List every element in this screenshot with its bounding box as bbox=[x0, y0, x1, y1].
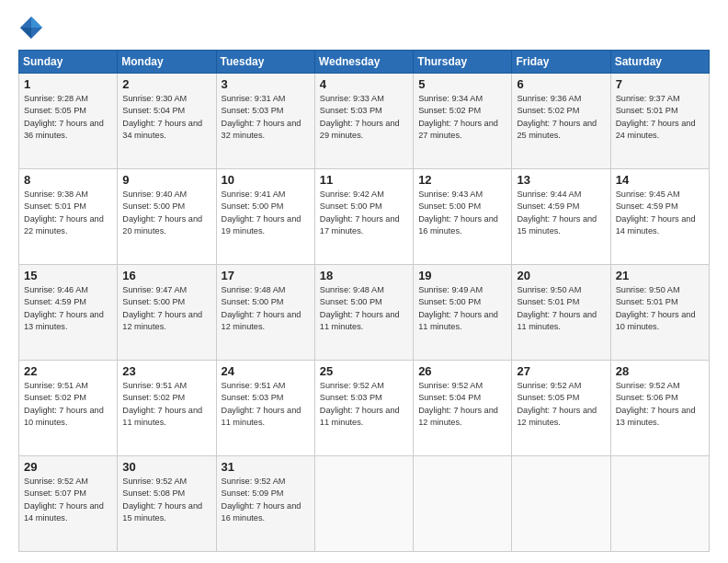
cell-content: Sunrise: 9:50 AMSunset: 5:01 PMDaylight:… bbox=[616, 284, 704, 333]
calendar-cell: 2Sunrise: 9:30 AMSunset: 5:04 PMDaylight… bbox=[118, 74, 216, 169]
day-number: 2 bbox=[122, 77, 210, 91]
day-number: 31 bbox=[222, 460, 310, 474]
day-number: 17 bbox=[222, 269, 310, 282]
cell-content: Sunrise: 9:44 AMSunset: 4:59 PMDaylight:… bbox=[517, 189, 605, 237]
day-number: 7 bbox=[616, 77, 704, 91]
cell-content: Sunrise: 9:51 AMSunset: 5:02 PMDaylight:… bbox=[24, 380, 112, 429]
svg-marker-1 bbox=[31, 17, 42, 28]
calendar-header-thursday: Thursday bbox=[414, 51, 512, 74]
calendar-cell: 4Sunrise: 9:33 AMSunset: 5:03 PMDaylight… bbox=[314, 74, 413, 169]
cell-content: Sunrise: 9:43 AMSunset: 5:00 PMDaylight:… bbox=[418, 189, 506, 237]
cell-content: Sunrise: 9:47 AMSunset: 5:00 PMDaylight:… bbox=[122, 284, 210, 333]
cell-content: Sunrise: 9:52 AMSunset: 5:04 PMDaylight:… bbox=[418, 380, 506, 429]
day-number: 14 bbox=[616, 173, 704, 187]
calendar-cell bbox=[314, 456, 413, 552]
calendar-cell: 31Sunrise: 9:52 AMSunset: 5:09 PMDayligh… bbox=[216, 456, 314, 552]
calendar-cell bbox=[610, 456, 709, 552]
cell-content: Sunrise: 9:40 AMSunset: 5:00 PMDaylight:… bbox=[122, 189, 210, 237]
day-number: 8 bbox=[24, 173, 112, 187]
cell-content: Sunrise: 9:52 AMSunset: 5:06 PMDaylight:… bbox=[616, 380, 704, 429]
calendar-cell: 27Sunrise: 9:52 AMSunset: 5:05 PMDayligh… bbox=[512, 361, 610, 456]
day-number: 13 bbox=[517, 173, 605, 187]
calendar-cell: 3Sunrise: 9:31 AMSunset: 5:03 PMDaylight… bbox=[216, 74, 314, 169]
cell-content: Sunrise: 9:51 AMSunset: 5:03 PMDaylight:… bbox=[222, 380, 310, 429]
cell-content: Sunrise: 9:42 AMSunset: 5:00 PMDaylight:… bbox=[320, 189, 408, 237]
page: SundayMondayTuesdayWednesdayThursdayFrid… bbox=[0, 0, 728, 563]
calendar-cell: 1Sunrise: 9:28 AMSunset: 5:05 PMDaylight… bbox=[19, 74, 118, 169]
calendar-cell bbox=[512, 456, 610, 552]
cell-content: Sunrise: 9:52 AMSunset: 5:05 PMDaylight:… bbox=[517, 380, 605, 429]
calendar-week-row-3: 15Sunrise: 9:46 AMSunset: 4:59 PMDayligh… bbox=[19, 265, 710, 361]
calendar-cell: 5Sunrise: 9:34 AMSunset: 5:02 PMDaylight… bbox=[414, 74, 512, 169]
cell-content: Sunrise: 9:52 AMSunset: 5:08 PMDaylight:… bbox=[122, 476, 210, 524]
calendar-cell: 15Sunrise: 9:46 AMSunset: 4:59 PMDayligh… bbox=[19, 265, 118, 361]
calendar-cell: 24Sunrise: 9:51 AMSunset: 5:03 PMDayligh… bbox=[216, 361, 314, 456]
cell-content: Sunrise: 9:41 AMSunset: 5:00 PMDaylight:… bbox=[222, 189, 310, 237]
day-number: 26 bbox=[418, 364, 506, 378]
calendar-week-row-2: 8Sunrise: 9:38 AMSunset: 5:01 PMDaylight… bbox=[19, 169, 710, 265]
cell-content: Sunrise: 9:30 AMSunset: 5:04 PMDaylight:… bbox=[122, 93, 210, 142]
calendar-cell: 25Sunrise: 9:52 AMSunset: 5:03 PMDayligh… bbox=[314, 361, 413, 456]
day-number: 12 bbox=[418, 173, 506, 187]
cell-content: Sunrise: 9:37 AMSunset: 5:01 PMDaylight:… bbox=[616, 93, 704, 142]
calendar-cell: 7Sunrise: 9:37 AMSunset: 5:01 PMDaylight… bbox=[610, 74, 709, 169]
cell-content: Sunrise: 9:36 AMSunset: 5:02 PMDaylight:… bbox=[517, 93, 605, 142]
calendar-header-tuesday: Tuesday bbox=[216, 51, 314, 74]
calendar-cell: 6Sunrise: 9:36 AMSunset: 5:02 PMDaylight… bbox=[512, 74, 610, 169]
day-number: 30 bbox=[122, 460, 210, 474]
cell-content: Sunrise: 9:50 AMSunset: 5:01 PMDaylight:… bbox=[517, 284, 605, 333]
day-number: 6 bbox=[517, 77, 605, 91]
calendar-cell: 18Sunrise: 9:48 AMSunset: 5:00 PMDayligh… bbox=[314, 265, 413, 361]
cell-content: Sunrise: 9:48 AMSunset: 5:00 PMDaylight:… bbox=[320, 284, 408, 333]
cell-content: Sunrise: 9:52 AMSunset: 5:07 PMDaylight:… bbox=[24, 476, 112, 524]
cell-content: Sunrise: 9:31 AMSunset: 5:03 PMDaylight:… bbox=[222, 93, 310, 142]
cell-content: Sunrise: 9:51 AMSunset: 5:02 PMDaylight:… bbox=[122, 380, 210, 429]
cell-content: Sunrise: 9:52 AMSunset: 5:03 PMDaylight:… bbox=[320, 380, 408, 429]
calendar-cell: 8Sunrise: 9:38 AMSunset: 5:01 PMDaylight… bbox=[19, 169, 118, 265]
calendar-week-row-5: 29Sunrise: 9:52 AMSunset: 5:07 PMDayligh… bbox=[19, 456, 710, 552]
calendar-cell: 23Sunrise: 9:51 AMSunset: 5:02 PMDayligh… bbox=[118, 361, 216, 456]
day-number: 21 bbox=[616, 269, 704, 282]
cell-content: Sunrise: 9:48 AMSunset: 5:00 PMDaylight:… bbox=[222, 284, 310, 333]
calendar-cell: 28Sunrise: 9:52 AMSunset: 5:06 PMDayligh… bbox=[610, 361, 709, 456]
day-number: 23 bbox=[122, 364, 210, 378]
calendar-header-monday: Monday bbox=[118, 51, 216, 74]
calendar-cell: 16Sunrise: 9:47 AMSunset: 5:00 PMDayligh… bbox=[118, 265, 216, 361]
calendar-cell: 11Sunrise: 9:42 AMSunset: 5:00 PMDayligh… bbox=[314, 169, 413, 265]
day-number: 29 bbox=[24, 460, 112, 474]
cell-content: Sunrise: 9:34 AMSunset: 5:02 PMDaylight:… bbox=[418, 93, 506, 142]
calendar-cell: 30Sunrise: 9:52 AMSunset: 5:08 PMDayligh… bbox=[118, 456, 216, 552]
cell-content: Sunrise: 9:45 AMSunset: 4:59 PMDaylight:… bbox=[616, 189, 704, 237]
day-number: 1 bbox=[24, 77, 112, 91]
calendar-header-row: SundayMondayTuesdayWednesdayThursdayFrid… bbox=[19, 51, 710, 74]
calendar-cell: 21Sunrise: 9:50 AMSunset: 5:01 PMDayligh… bbox=[610, 265, 709, 361]
calendar-cell: 17Sunrise: 9:48 AMSunset: 5:00 PMDayligh… bbox=[216, 265, 314, 361]
calendar-cell: 26Sunrise: 9:52 AMSunset: 5:04 PMDayligh… bbox=[414, 361, 512, 456]
calendar-cell: 14Sunrise: 9:45 AMSunset: 4:59 PMDayligh… bbox=[610, 169, 709, 265]
cell-content: Sunrise: 9:38 AMSunset: 5:01 PMDaylight:… bbox=[24, 189, 112, 237]
day-number: 11 bbox=[320, 173, 408, 187]
calendar-header-sunday: Sunday bbox=[19, 51, 118, 74]
calendar-cell: 20Sunrise: 9:50 AMSunset: 5:01 PMDayligh… bbox=[512, 265, 610, 361]
cell-content: Sunrise: 9:49 AMSunset: 5:00 PMDaylight:… bbox=[418, 284, 506, 333]
calendar-cell: 12Sunrise: 9:43 AMSunset: 5:00 PMDayligh… bbox=[414, 169, 512, 265]
calendar-header-saturday: Saturday bbox=[610, 51, 709, 74]
calendar-cell: 19Sunrise: 9:49 AMSunset: 5:00 PMDayligh… bbox=[414, 265, 512, 361]
cell-content: Sunrise: 9:28 AMSunset: 5:05 PMDaylight:… bbox=[24, 93, 112, 142]
calendar-cell: 13Sunrise: 9:44 AMSunset: 4:59 PMDayligh… bbox=[512, 169, 610, 265]
day-number: 16 bbox=[122, 269, 210, 282]
calendar-cell bbox=[414, 456, 512, 552]
day-number: 5 bbox=[418, 77, 506, 91]
cell-content: Sunrise: 9:33 AMSunset: 5:03 PMDaylight:… bbox=[320, 93, 408, 142]
day-number: 28 bbox=[616, 364, 704, 378]
day-number: 27 bbox=[517, 364, 605, 378]
calendar-week-row-1: 1Sunrise: 9:28 AMSunset: 5:05 PMDaylight… bbox=[19, 74, 710, 169]
day-number: 24 bbox=[222, 364, 310, 378]
header bbox=[18, 15, 710, 40]
day-number: 3 bbox=[222, 77, 310, 91]
calendar-cell: 22Sunrise: 9:51 AMSunset: 5:02 PMDayligh… bbox=[19, 361, 118, 456]
calendar-table: SundayMondayTuesdayWednesdayThursdayFrid… bbox=[18, 50, 710, 552]
logo-icon bbox=[18, 15, 44, 40]
calendar-week-row-4: 22Sunrise: 9:51 AMSunset: 5:02 PMDayligh… bbox=[19, 361, 710, 456]
calendar-header-wednesday: Wednesday bbox=[314, 51, 413, 74]
